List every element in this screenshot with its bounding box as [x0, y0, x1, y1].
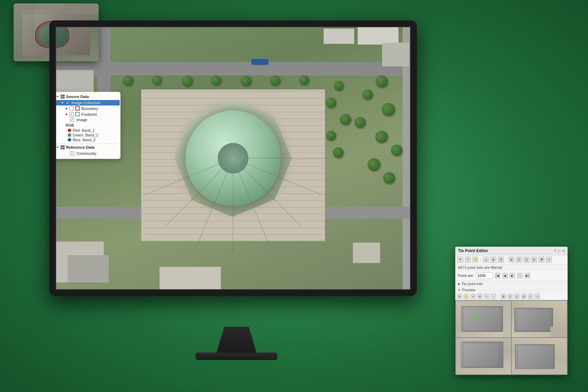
- footprint-item[interactable]: ▶ ✓ Footprint: [56, 111, 118, 117]
- tp-preview-cell-4: [512, 338, 567, 374]
- tp-pointset-row: Point set: |◀ ◀ ▶ ⋯ ▶|: [455, 271, 568, 281]
- source-data-icon: [61, 95, 65, 99]
- tp-toolbar: ✦ ↖ ✋ ⊿ ⊕ ⚙ ⊞ ⊡ ◰ ⊟ 📌 ↗: [455, 255, 568, 264]
- footprint-checkbox[interactable]: ✓: [69, 112, 74, 116]
- tp-prev-tool-8[interactable]: ⊡: [507, 294, 513, 299]
- tp-nav-prev[interactable]: ◀: [502, 273, 508, 278]
- tp-tool-link[interactable]: ⊡: [516, 257, 522, 263]
- tp-tool-layout[interactable]: ⊟: [531, 257, 537, 263]
- boundary-color: [75, 106, 80, 111]
- tp-prev-tool-4[interactable]: ⊗: [477, 294, 483, 299]
- tp-prev-tool-3[interactable]: ↩: [470, 294, 476, 299]
- tp-prev-tool-2[interactable]: ✋: [463, 294, 469, 299]
- tp-preview-cell-2: [512, 301, 567, 337]
- tp-nav-more[interactable]: ⋯: [517, 273, 523, 278]
- community-label: Community: [76, 151, 96, 156]
- tp-prev-tool-5[interactable]: +: [484, 294, 489, 299]
- image-collection-label: Image Collection: [71, 101, 101, 105]
- tp-prev-tool-9[interactable]: ◰: [514, 294, 520, 299]
- tp-tool-add[interactable]: ✦: [457, 257, 463, 263]
- tp-prev-tool-6[interactable]: −: [491, 294, 496, 299]
- green-band-label: Green: Band_2: [73, 133, 98, 137]
- image-collection-item[interactable]: ▼ ✓ Image Collection: [55, 100, 120, 105]
- source-data-collapse[interactable]: ▼: [56, 95, 59, 98]
- preview-aerial-4: [512, 338, 567, 374]
- preview-aerial-2: [512, 301, 567, 337]
- tp-window-controls: ? □ ✕: [554, 249, 565, 253]
- rgb-label: RGB: [56, 122, 118, 128]
- layer-panel: ▼ Source Data ▼ ✓ Image Collection ▶ Bou…: [54, 92, 120, 159]
- tp-preview-label: Preview: [462, 288, 475, 292]
- tie-point-editor-panel: Tie Point Editor ? □ ✕ ✦ ↖ ✋ ⊿ ⊕ ⚙ ⊞ ⊡ ◰…: [455, 247, 568, 375]
- tp-close-btn[interactable]: ✕: [562, 249, 565, 253]
- boundary-collapse[interactable]: ▶: [66, 107, 68, 110]
- tp-detach-btn[interactable]: □: [558, 249, 560, 253]
- community-item[interactable]: ✓ Community: [56, 151, 118, 156]
- tp-tool-select[interactable]: ↖: [465, 257, 471, 263]
- tp-tool-filter[interactable]: ⊿: [483, 257, 489, 263]
- boundary-item[interactable]: ▶ Boundary: [56, 105, 118, 111]
- tp-preview-grid: [455, 300, 568, 375]
- boundary-label: Boundary: [81, 107, 98, 111]
- tp-tool-split[interactable]: ◰: [523, 257, 529, 263]
- red-band-color: [68, 129, 71, 132]
- dome-building: [185, 111, 281, 206]
- tp-tool-pin[interactable]: 📌: [538, 257, 544, 263]
- image-label: Image: [76, 118, 87, 122]
- tp-pointset-input[interactable]: [476, 272, 493, 279]
- reference-data-collapse[interactable]: ▼: [56, 146, 59, 149]
- tp-help-btn[interactable]: ?: [554, 249, 556, 253]
- image-checkbox[interactable]: ✓: [70, 118, 74, 122]
- tp-prev-tool-10[interactable]: ⊟: [521, 294, 526, 299]
- tp-prev-tool-11[interactable]: ≡: [528, 294, 533, 299]
- tp-tool-zoom[interactable]: ⊕: [490, 257, 496, 263]
- source-data-label: Source Data: [66, 95, 89, 99]
- tp-preview-cell-1: [456, 301, 511, 337]
- tp-status: 9473 point sets are filtered: [455, 264, 568, 271]
- tp-preview-toolbar: ⊕ ✋ ↩ ⊗ + − ⊞ ⊡ ◰ ⊟ ≡ ↗: [455, 293, 568, 300]
- blue-band-label: Blue: Band_3: [73, 138, 95, 142]
- blue-band-color: [68, 138, 71, 142]
- green-band-item: Green: Band_2: [56, 133, 118, 137]
- tp-prev-tool-1[interactable]: ⊕: [457, 294, 462, 299]
- reference-data-label: Reference Data: [66, 145, 95, 149]
- reference-data-icon: [61, 145, 65, 149]
- layer-divider: [56, 144, 118, 144]
- footprint-color: [75, 112, 80, 116]
- boundary-checkbox[interactable]: [69, 107, 74, 111]
- preview-aerial-1: [456, 301, 511, 337]
- tp-tiepoint-info-label: Tie point info: [461, 282, 483, 286]
- red-band-label: Red: Band_1: [73, 128, 95, 132]
- reference-data-header[interactable]: ▼ Reference Data: [56, 145, 118, 149]
- tp-titlebar: Tie Point Editor ? □ ✕: [455, 247, 568, 255]
- tp-tiepoint-info-section[interactable]: Tie point info: [455, 281, 568, 287]
- tp-nav-next[interactable]: ▶: [510, 273, 515, 278]
- monitor-screen: ▼ Source Data ▼ ✓ Image Collection ▶ Bou…: [49, 20, 417, 296]
- image-collection-checkbox[interactable]: ✓: [66, 101, 70, 105]
- tp-tool-export[interactable]: ↗: [546, 257, 552, 263]
- tp-prev-tool-12[interactable]: ↗: [535, 294, 540, 299]
- image-item[interactable]: ✓ Image: [56, 117, 118, 122]
- tp-title: Tie Point Editor: [458, 248, 488, 253]
- tp-nav-prev-prev[interactable]: |◀: [495, 273, 500, 278]
- tp-nav-play[interactable]: ▶|: [525, 273, 530, 278]
- footprint-label: Footprint: [81, 112, 97, 116]
- source-data-header[interactable]: ▼ Source Data: [56, 95, 118, 99]
- preview-aerial-3: [456, 338, 511, 374]
- tp-preview-section[interactable]: Preview: [455, 287, 568, 293]
- tp-tool-settings[interactable]: ⚙: [498, 257, 504, 263]
- monitor-stand: [216, 327, 257, 354]
- tp-prev-tool-7[interactable]: ⊞: [501, 294, 506, 299]
- red-band-item: Red: Band_1: [56, 128, 118, 133]
- footprint-collapse[interactable]: ▶: [66, 113, 68, 116]
- green-band-color: [68, 133, 71, 137]
- image-collection-collapse[interactable]: ▼: [61, 101, 64, 104]
- monitor: ▼ Source Data ▼ ✓ Image Collection ▶ Bou…: [49, 20, 424, 354]
- tp-tool-move[interactable]: ✋: [472, 257, 478, 263]
- inset-photo-content: [14, 3, 99, 61]
- monitor-base: [196, 353, 277, 360]
- tp-pointset-label: Point set:: [458, 274, 474, 278]
- tp-prev-sep: [498, 294, 499, 299]
- community-checkbox[interactable]: ✓: [70, 151, 74, 156]
- tp-tool-grid[interactable]: ⊞: [508, 257, 514, 263]
